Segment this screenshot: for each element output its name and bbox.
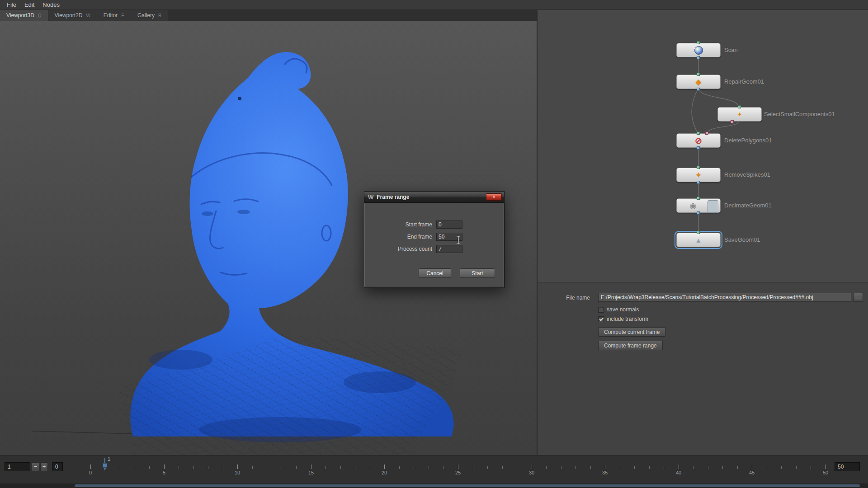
spike-star-icon: ✦ bbox=[695, 171, 702, 179]
output-connector[interactable] bbox=[697, 211, 700, 215]
dialog-title: Frame range bbox=[377, 194, 409, 200]
tab-shortcut: E bbox=[121, 13, 124, 18]
playhead-handle[interactable] bbox=[103, 463, 107, 468]
tab-shortcut: Q bbox=[38, 13, 42, 18]
node-label-savegeom01: SaveGeom01 bbox=[724, 236, 760, 243]
process-count-input[interactable] bbox=[436, 245, 462, 253]
fragments-icon: ✦ bbox=[737, 111, 742, 117]
cancel-button[interactable]: Cancel bbox=[419, 268, 451, 278]
tab-shortcut: R bbox=[158, 13, 161, 18]
wire-sphere-icon: ◉ bbox=[690, 202, 697, 210]
frame-range-dialog: W Frame range × Start frame End frame Pr… bbox=[364, 191, 505, 288]
file-name-input[interactable] bbox=[598, 293, 851, 302]
current-frame-box[interactable]: 1 bbox=[5, 462, 30, 471]
input-connector[interactable] bbox=[697, 73, 700, 76]
include-transform-label: include transform bbox=[607, 316, 648, 322]
frame-decrement-button[interactable]: − bbox=[32, 462, 39, 471]
timeline-scrollbar-thumb[interactable] bbox=[75, 484, 860, 487]
menu-edit[interactable]: Edit bbox=[20, 0, 38, 9]
tab-label: Gallery bbox=[137, 12, 155, 19]
node-properties-panel: File name ... save normals include trans… bbox=[538, 282, 868, 455]
selection-output-connector[interactable] bbox=[731, 120, 734, 123]
timeline-scrollbar-track[interactable] bbox=[0, 483, 868, 488]
node-deletepolygons01[interactable]: ⊘ bbox=[676, 133, 721, 148]
include-transform-checkbox[interactable] bbox=[598, 316, 604, 322]
end-frame-row: End frame bbox=[373, 233, 462, 241]
no-entry-icon: ⊘ bbox=[695, 136, 702, 145]
include-transform-row: include transform bbox=[598, 316, 648, 322]
node-label-scan: Scan bbox=[724, 47, 738, 53]
node-selectsmallcomponents01[interactable]: ✦ bbox=[717, 107, 762, 122]
browse-button[interactable]: ... bbox=[853, 293, 863, 302]
input-connector[interactable] bbox=[697, 197, 700, 200]
range-start-box[interactable]: 0 bbox=[52, 462, 63, 471]
start-button[interactable]: Start bbox=[460, 268, 495, 278]
tab-shortcut: W bbox=[86, 13, 90, 18]
node-label-repairgeom01: RepairGeom01 bbox=[724, 78, 764, 85]
node-label-decimategeom01: DecimateGeom01 bbox=[724, 202, 772, 209]
node-savegeom01[interactable]: ▲ bbox=[676, 233, 721, 247]
end-frame-label: End frame bbox=[373, 234, 432, 240]
input-connector[interactable] bbox=[697, 166, 700, 169]
viewport-tab-bar: Viewport3D Q Viewport2D W Editor E Galle… bbox=[0, 10, 537, 21]
scan-artifact-dot bbox=[238, 97, 241, 100]
timeline: 1 − + 0 0 5 10 15 20 25 30 35 40 45 50 1… bbox=[0, 455, 868, 488]
tab-viewport2d[interactable]: Viewport2D W bbox=[48, 10, 97, 21]
close-icon[interactable]: × bbox=[486, 193, 502, 201]
node-decimategeom01[interactable]: ◉ bbox=[676, 198, 721, 213]
tab-label: Viewport2D bbox=[55, 12, 83, 19]
menu-nodes[interactable]: Nodes bbox=[38, 0, 64, 9]
menu-file[interactable]: File bbox=[3, 0, 20, 9]
output-connector[interactable] bbox=[697, 56, 700, 59]
input-connector[interactable] bbox=[697, 41, 700, 44]
input-connector[interactable] bbox=[697, 131, 700, 135]
start-frame-row: Start frame bbox=[373, 221, 462, 229]
tab-gallery[interactable]: Gallery R bbox=[131, 10, 168, 21]
tab-label: Viewport3D bbox=[6, 12, 34, 19]
tab-editor[interactable]: Editor E bbox=[97, 10, 131, 21]
range-end-box[interactable]: 50 bbox=[835, 462, 860, 471]
process-count-label: Process count bbox=[373, 246, 432, 252]
node-label-removespikes01: RemoveSpikes01 bbox=[724, 171, 770, 178]
node-scan[interactable] bbox=[676, 43, 721, 57]
save-normals-label: save normals bbox=[607, 306, 639, 313]
node-removespikes01[interactable]: ✦ bbox=[676, 168, 721, 182]
ground-grid bbox=[108, 319, 470, 455]
ibeam-cursor bbox=[456, 236, 461, 246]
grid-edge-line bbox=[32, 431, 132, 434]
frame-increment-button[interactable]: + bbox=[40, 462, 48, 471]
node-graph-panel[interactable]: Scan ◆ RepairGeom01 ✦ SelectSmallCompone… bbox=[538, 10, 868, 282]
compute-frame-range-button[interactable]: Compute frame range bbox=[598, 341, 663, 350]
output-connector[interactable] bbox=[697, 88, 700, 91]
input-connector[interactable] bbox=[738, 105, 741, 108]
dialog-buttons: Cancel Start bbox=[419, 268, 495, 278]
menu-bar: File Edit Nodes bbox=[0, 0, 868, 10]
tab-viewport3d[interactable]: Viewport3D Q bbox=[0, 10, 48, 21]
right-panel: Scan ◆ RepairGeom01 ✦ SelectSmallCompone… bbox=[537, 10, 868, 455]
save-normals-row: save normals bbox=[598, 306, 639, 313]
wrap-logo-icon: W bbox=[368, 194, 373, 201]
node-label-selectsmallcomponents01: SelectSmallComponents01 bbox=[764, 111, 835, 117]
input-connector[interactable] bbox=[697, 231, 700, 234]
compute-current-frame-button[interactable]: Compute current frame bbox=[598, 327, 665, 337]
wrap3-window: File Edit Nodes Viewport3D Q Viewport2D … bbox=[0, 0, 868, 488]
tab-label: Editor bbox=[104, 12, 118, 19]
start-frame-label: Start frame bbox=[373, 221, 432, 228]
output-connector[interactable] bbox=[697, 181, 700, 184]
save-normals-checkbox[interactable] bbox=[598, 307, 604, 313]
dialog-titlebar[interactable]: W Frame range × bbox=[364, 192, 504, 203]
file-name-label: File name bbox=[538, 295, 590, 301]
node-label-deletepolygons01: DeletePolygons01 bbox=[724, 137, 772, 144]
playhead-label: 1 bbox=[108, 456, 110, 462]
export-icon: ▲ bbox=[695, 237, 702, 244]
diamond-icon: ◆ bbox=[695, 78, 701, 86]
selection-input-connector[interactable] bbox=[705, 131, 708, 135]
node-expander[interactable] bbox=[708, 200, 718, 213]
process-count-row: Process count bbox=[373, 245, 462, 253]
node-repairgeom01[interactable]: ◆ bbox=[676, 75, 721, 89]
start-frame-input[interactable] bbox=[436, 221, 462, 229]
output-connector[interactable] bbox=[697, 146, 700, 150]
sphere-icon bbox=[694, 46, 703, 55]
